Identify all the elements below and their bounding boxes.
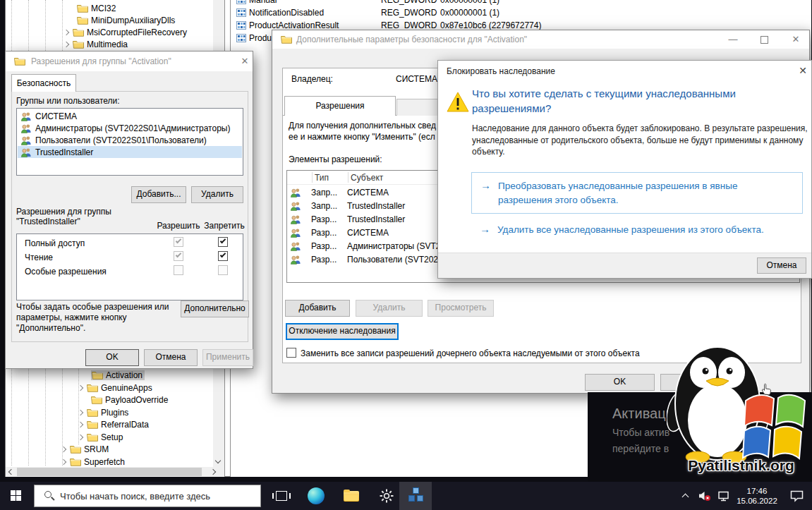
close-icon[interactable]: ✕	[789, 34, 802, 45]
windows-flag-icon	[743, 395, 805, 459]
folder-icon	[73, 42, 84, 49]
tree-item-activation[interactable]: Activation	[91, 369, 145, 381]
tree-hscrollbar[interactable]	[6, 467, 224, 477]
volume-button[interactable]	[696, 482, 714, 510]
close-icon[interactable]: ✕	[797, 65, 808, 76]
tree-item[interactable]: Multimedia	[64, 38, 128, 50]
entry-row[interactable]: Разр... TrustedInstaller	[290, 212, 405, 226]
arrow-icon: →	[480, 223, 490, 235]
scroll-right-icon[interactable]	[210, 469, 216, 475]
date-text: 15.06.2022	[735, 496, 779, 506]
tree-item[interactable]: PayloadOverride	[91, 394, 168, 406]
close-icon[interactable]: ✕	[238, 56, 251, 67]
principal-icon	[291, 202, 300, 210]
entry-row[interactable]: Запр... TrustedInstaller	[290, 199, 405, 212]
regedit-taskbar-button[interactable]	[399, 482, 432, 510]
file-explorer-button[interactable]	[334, 482, 368, 510]
tree-item[interactable]: Plugins	[78, 406, 128, 418]
entry-type: Запр...	[311, 188, 347, 198]
speaker-muted-icon	[698, 490, 711, 502]
scroll-down-icon[interactable]	[215, 458, 221, 463]
group-row[interactable]: Администраторы (SVT2022S01\Администратор…	[18, 122, 242, 134]
start-button[interactable]	[0, 482, 34, 510]
replace-child-permissions-checkbox[interactable]	[286, 348, 296, 358]
allow-special-checkbox[interactable]	[174, 265, 183, 275]
add-entry-button[interactable]: Добавить	[285, 300, 350, 317]
allow-read-checkbox[interactable]	[174, 251, 183, 261]
task-view-button[interactable]	[265, 482, 298, 510]
action-center-button[interactable]	[783, 482, 811, 510]
tree-item[interactable]: MsiCorruptedFileRecovery	[64, 26, 187, 38]
deny-full-checkbox[interactable]	[218, 237, 228, 247]
tree-item[interactable]: MiniDumpAuxiliaryDlls	[77, 14, 175, 26]
tray-expand-button[interactable]	[679, 482, 693, 510]
expander-icon[interactable]	[78, 421, 83, 427]
tab-permissions[interactable]: Разрешения	[284, 96, 396, 116]
tree-item[interactable]: Setup	[78, 431, 123, 443]
tree-item[interactable]: MCI32	[77, 2, 116, 14]
scroll-left-icon[interactable]	[8, 469, 14, 475]
disable-inheritance-button[interactable]: Отключение наследования	[286, 323, 399, 340]
clock[interactable]: 17:46 15.06.2022	[735, 482, 782, 510]
remove-permissions-option[interactable]: → Удалить все унаследованные разрешения …	[471, 219, 803, 240]
allow-full-checkbox[interactable]	[174, 237, 183, 247]
convert-permissions-option[interactable]: → Преобразовать унаследованные разрешени…	[471, 172, 803, 214]
type-column-header[interactable]: Тип	[315, 173, 329, 183]
tree-item[interactable]: Superfetch	[61, 456, 125, 468]
view-entry-button[interactable]: Просмотреть	[428, 300, 494, 317]
advanced-button[interactable]: Дополнительно	[181, 300, 249, 317]
cancel-button[interactable]: Отмена	[144, 349, 198, 366]
check-icon	[176, 252, 181, 257]
check-icon	[176, 238, 181, 243]
expander-icon[interactable]	[61, 459, 66, 464]
cancel-button[interactable]: Отмена	[757, 257, 806, 274]
group-row[interactable]: СИСТЕМА	[18, 110, 242, 122]
entry-type: Запр...	[311, 201, 347, 211]
entry-row[interactable]: Разр... Пользователи (SVT2022S	[290, 253, 449, 266]
principal-column-header[interactable]: Субъект	[351, 173, 383, 183]
settings-button[interactable]	[370, 482, 404, 510]
value-type: REG_DWORD	[381, 8, 437, 18]
folder-icon	[78, 18, 88, 25]
maximize-icon[interactable]	[761, 36, 768, 44]
ok-button[interactable]: OK	[85, 349, 139, 366]
expander-icon[interactable]	[61, 446, 66, 451]
group-row-selected[interactable]: TrustedInstaller	[18, 146, 242, 158]
edge-browser-button[interactable]	[299, 482, 333, 510]
apply-button[interactable]: Применить	[202, 349, 253, 366]
tree-item[interactable]: SRUM	[61, 443, 109, 455]
expander-icon[interactable]	[78, 409, 83, 415]
search-input[interactable]: Чтобы начать поиск, введите здесь	[34, 485, 261, 507]
tree-item[interactable]: ReferralData	[78, 418, 149, 430]
remove-button[interactable]: Удалить	[191, 186, 243, 203]
entry-row[interactable]: Запр... СИСТЕМА	[290, 186, 389, 199]
dialog-titlebar[interactable]: Дополнительные параметры безопасности дл…	[272, 30, 809, 49]
scroll-thumb[interactable]	[17, 468, 202, 476]
block-inheritance-dialog: Блокировать наследование ✕ Что вы хотите…	[437, 60, 812, 279]
convert-option-label[interactable]: Преобразовать унаследованные разрешения …	[498, 179, 752, 207]
minimize-icon[interactable]: —	[726, 34, 740, 45]
group-row[interactable]: Пользователи (SVT2022S01\Пользователи)	[18, 134, 242, 146]
owner-value: СИСТЕМА	[396, 74, 437, 84]
remove-entry-button[interactable]: Удалить	[356, 300, 423, 317]
expander-icon[interactable]	[63, 41, 69, 47]
registry-value-row[interactable]: Manual REG_DWORD 0x00000001 (1)	[236, 0, 499, 6]
expander-icon[interactable]	[78, 434, 83, 439]
dialog-titlebar[interactable]: Разрешения для группы "Activation" ✕	[6, 51, 253, 71]
perm-row-label: Полный доступ	[25, 238, 85, 248]
tree-item[interactable]: GenuineApps	[78, 382, 152, 394]
deny-read-checkbox[interactable]	[218, 251, 228, 261]
value-type: REG_DWORD	[381, 0, 437, 5]
groups-listbox[interactable]: СИСТЕМА Администраторы (SVT2022S01\Админ…	[16, 108, 243, 176]
add-button[interactable]: Добавить...	[131, 186, 186, 203]
network-button[interactable]	[715, 482, 734, 510]
ok-button[interactable]: OK	[585, 374, 655, 391]
deny-special-checkbox[interactable]	[218, 265, 228, 275]
expander-icon[interactable]	[78, 384, 83, 390]
registry-value-row[interactable]: NotificationDisabled REG_DWORD 0x0000000…	[236, 6, 499, 18]
remove-option-label[interactable]: Удалить все унаследованные разрешения из…	[497, 223, 794, 237]
tab-security[interactable]: Безопасность	[11, 74, 76, 92]
entry-row[interactable]: Разр... Администраторы (SVT20	[290, 239, 445, 253]
expander-icon[interactable]	[63, 29, 69, 35]
entry-row[interactable]: Разр... СИСТЕМА	[290, 226, 389, 239]
